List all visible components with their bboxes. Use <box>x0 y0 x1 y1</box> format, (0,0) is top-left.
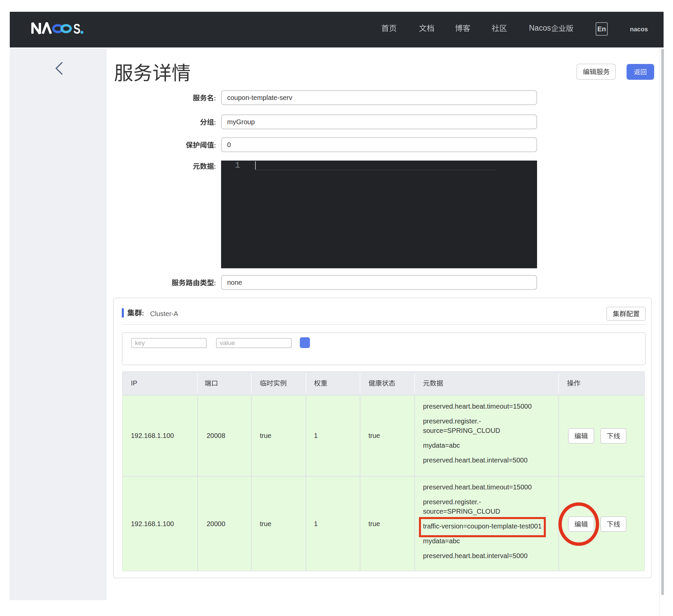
svg-text:S: S <box>73 22 80 36</box>
